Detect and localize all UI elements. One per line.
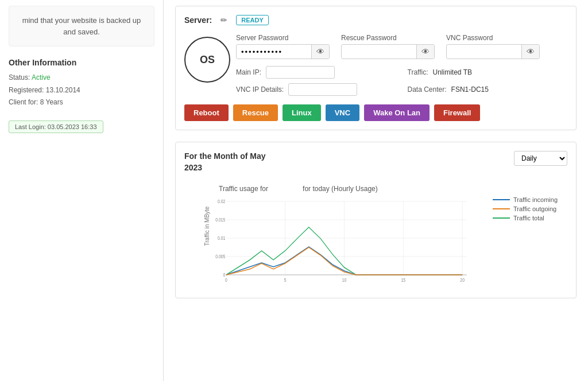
svg-text:0.015: 0.015 [215,217,226,223]
edit-icon[interactable]: ✏ [220,15,227,25]
reboot-button[interactable]: Reboot [184,104,229,121]
legend-outgoing-label: Traffic outgoing [513,205,556,212]
password-row: Server Password 👁 Rescue Password 👁 [236,34,567,59]
main-ip-label: Main IP: [236,68,261,76]
vnc-ip-row: VNC IP Details: [236,83,396,96]
y-axis-label: Traffic in MByte [204,206,210,246]
datacenter-label: Data Center: [408,85,447,94]
other-info-title: Other Information [9,58,154,67]
main-ip-input[interactable] [266,66,335,79]
client-value: 8 Years [40,98,63,106]
server-body: OS Server Password 👁 Rescue Password [184,34,567,96]
server-password-input[interactable] [237,45,311,59]
rescue-button[interactable]: Rescue [233,104,278,121]
rescue-password-label: Rescue Password [341,34,435,42]
chart-area: Traffic usage for for today (Hourly Usag… [184,185,567,289]
vnc-button[interactable]: VNC [326,104,359,121]
chart-container: Traffic usage for for today (Hourly Usag… [184,185,475,289]
left-panel: mind that your website is backed up and … [0,0,164,381]
legend-incoming-label: Traffic incoming [513,196,558,203]
vnc-ip-input[interactable] [288,83,357,96]
server-password-label: Server Password [236,34,330,42]
vnc-password-eye[interactable]: 👁 [521,45,539,59]
chart-labels: Traffic usage for for today (Hourly Usag… [219,185,475,193]
traffic-header: For the Month of May 2023 Daily Hourly W… [184,151,567,173]
rescue-password-group: Rescue Password 👁 [341,34,435,59]
main-content: Server: ✏ READY OS Server Password 👁 [164,0,588,381]
action-buttons: Reboot Rescue Linux VNC Wake On Lan Fire… [184,104,567,121]
svg-text:20: 20 [460,277,465,283]
traffic-row: Traffic: Unlimited TB [408,66,568,79]
os-icon: OS [184,37,230,83]
server-section: Server: ✏ READY OS Server Password 👁 [175,6,577,130]
chart-label-left: Traffic usage for [219,185,268,193]
legend-total-label: Traffic total [513,215,544,221]
traffic-info-value: Unlimited TB [433,68,472,76]
rescue-password-wrap: 👁 [341,44,435,59]
datacenter-row: Data Center: FSN1-DC15 [408,83,568,96]
chart-wrapper: Traffic in MByte 0.02 0.015 0.01 0.005 [213,196,475,289]
vnc-ip-label: VNC IP Details: [236,85,284,94]
period-select[interactable]: Daily Hourly Weekly Monthly [514,151,567,166]
legend-total-line [493,217,510,219]
svg-text:0.02: 0.02 [218,199,226,204]
rescue-password-input[interactable] [342,45,416,59]
vnc-password-label: VNC Password [446,34,540,42]
legend-outgoing: Traffic outgoing [493,205,567,212]
chart-label-right: for today (Hourly Usage) [303,185,378,193]
traffic-info-label: Traffic: [408,68,428,76]
svg-text:5: 5 [284,277,287,283]
server-details: Server Password 👁 Rescue Password 👁 [236,34,567,96]
status-value: Active [32,73,51,81]
info-grid: Main IP: Traffic: Unlimited TB VNC IP De… [236,66,567,96]
vnc-password-input[interactable] [447,45,521,59]
client-label: Client for: [9,98,38,106]
rescue-password-eye[interactable]: 👁 [416,45,434,59]
legend-total: Traffic total [493,215,567,221]
vnc-password-wrap: 👁 [446,44,540,59]
traffic-chart: 0.02 0.015 0.01 0.005 0 0 5 10 15 20 [213,196,475,287]
registered-value: 13.10.2014 [46,86,80,94]
svg-text:0.005: 0.005 [215,254,226,259]
last-login-badge: Last Login: 03.05.2023 16:33 [9,120,103,133]
vnc-password-group: VNC Password 👁 [446,34,540,59]
server-password-wrap: 👁 [236,44,330,59]
registered-label: Registered: [9,86,44,94]
linux-button[interactable]: Linux [283,104,321,121]
wakelan-button[interactable]: Wake On Lan [364,104,430,121]
svg-text:0.01: 0.01 [218,235,226,241]
status-label: Status: [9,73,30,81]
legend-outgoing-line [493,208,510,209]
datacenter-value: FSN1-DC15 [451,85,489,94]
firewall-button[interactable]: Firewall [434,104,480,121]
svg-text:0: 0 [225,277,227,283]
server-label: Server: [184,15,212,25]
legend-incoming-line [493,199,510,200]
server-password-eye[interactable]: 👁 [311,45,329,59]
traffic-title: For the Month of May 2023 [184,151,266,173]
server-header: Server: ✏ READY [184,15,567,25]
ready-badge: READY [236,15,269,25]
backup-note: mind that your website is backed up and … [9,6,154,46]
traffic-section: For the Month of May 2023 Daily Hourly W… [175,142,577,298]
svg-text:10: 10 [342,277,347,283]
other-info: Other Information Status: Active Registe… [9,58,154,109]
chart-legend: Traffic incoming Traffic outgoing Traffi… [493,196,567,289]
server-password-group: Server Password 👁 [236,34,330,59]
legend-incoming: Traffic incoming [493,196,567,203]
svg-text:15: 15 [401,277,406,283]
main-ip-row: Main IP: [236,66,396,79]
